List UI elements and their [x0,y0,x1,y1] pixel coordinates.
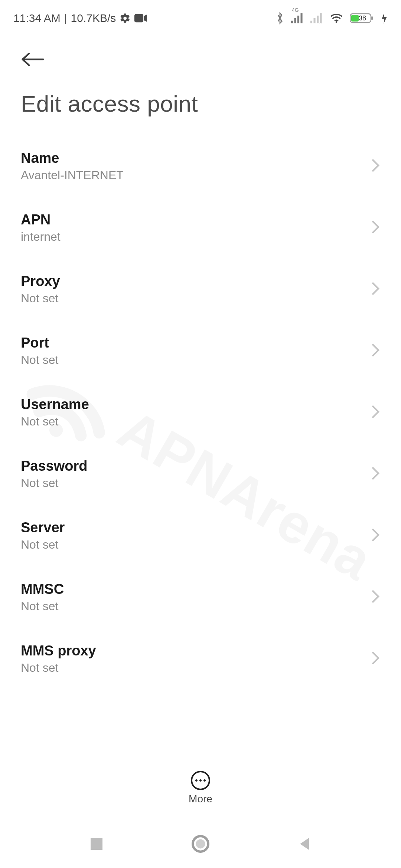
svg-rect-7 [317,16,319,23]
more-label: More [189,793,212,805]
item-username[interactable]: Username Not set [21,382,380,443]
square-icon [89,836,104,851]
nav-back-button[interactable] [290,829,319,859]
charging-icon [381,13,388,24]
svg-rect-0 [134,14,143,23]
item-value: Not set [21,353,58,367]
item-mms-proxy[interactable]: MMS proxy Not set [21,628,380,690]
item-value: Not set [21,599,64,613]
svg-rect-2 [294,18,296,23]
header: Edit access point [0,30,401,121]
item-name[interactable]: Name Avantel-INTERNET [21,135,380,197]
item-label: Server [21,520,65,536]
nav-recents-button[interactable] [82,829,111,859]
svg-rect-6 [314,18,316,23]
chevron-right-icon [371,527,380,544]
gear-icon [120,13,131,24]
svg-rect-3 [297,16,299,23]
status-time: 11:34 AM [13,12,61,24]
bluetooth-icon [276,12,284,24]
arrow-left-icon [21,52,45,67]
svg-rect-16 [91,838,102,850]
item-label: Password [21,458,88,474]
item-label: MMS proxy [21,643,96,659]
item-value: Not set [21,292,60,305]
status-net-speed: 10.7KB/s [71,12,116,24]
svg-rect-5 [310,21,312,23]
item-value: Not set [21,661,96,675]
settings-list: Name Avantel-INTERNET APN internet Proxy… [0,121,401,690]
battery-icon: 38 [350,12,374,24]
chevron-right-icon [371,466,380,482]
chevron-right-icon [371,589,380,605]
status-left: 11:34 AM | 10.7KB/s [13,12,147,24]
triangle-left-icon [297,836,312,851]
item-value: Not set [21,415,89,428]
page-title: Edit access point [21,91,380,117]
item-label: Name [21,150,124,166]
camera-icon [134,14,147,23]
bottom-divider [15,814,386,814]
chevron-right-icon [371,220,380,236]
item-apn[interactable]: APN internet [21,197,380,259]
nav-bar [0,820,401,868]
back-button[interactable] [21,48,47,70]
item-value: Avantel-INTERNET [21,168,124,182]
item-label: Port [21,335,58,351]
more-button[interactable]: More [0,771,401,805]
svg-text:x: x [319,21,322,23]
item-proxy[interactable]: Proxy Not set [21,259,380,320]
svg-rect-4 [301,13,303,23]
status-sep: | [64,12,67,24]
item-value: internet [21,230,61,244]
svg-rect-12 [371,16,373,20]
item-label: APN [21,212,61,228]
item-value: Not set [21,476,88,490]
svg-rect-13 [351,15,359,22]
scroll-fade [0,738,401,772]
chevron-right-icon [371,281,380,297]
more-icon [191,771,210,790]
item-mmsc[interactable]: MMSC Not set [21,566,380,628]
svg-rect-1 [291,21,293,23]
item-password[interactable]: Password Not set [21,443,380,505]
circle-icon [191,835,210,853]
signal-4g-icon: 4G [291,13,304,23]
svg-point-10 [336,21,338,23]
item-label: Proxy [21,273,60,289]
wifi-icon [330,13,343,23]
nav-home-button[interactable] [186,829,215,859]
chevron-right-icon [371,343,380,359]
status-bar: 11:34 AM | 10.7KB/s 4G x 38 [0,0,401,30]
item-port[interactable]: Port Not set [21,320,380,382]
item-server[interactable]: Server Not set [21,505,380,566]
status-right: 4G x 38 [276,12,388,24]
chevron-right-icon [371,404,380,421]
item-label: Username [21,397,89,412]
item-value: Not set [21,538,65,552]
signal-nosim-icon: x [310,13,323,23]
item-label: MMSC [21,581,64,597]
chevron-right-icon [371,651,380,667]
svg-point-18 [196,839,205,849]
chevron-right-icon [371,158,380,174]
